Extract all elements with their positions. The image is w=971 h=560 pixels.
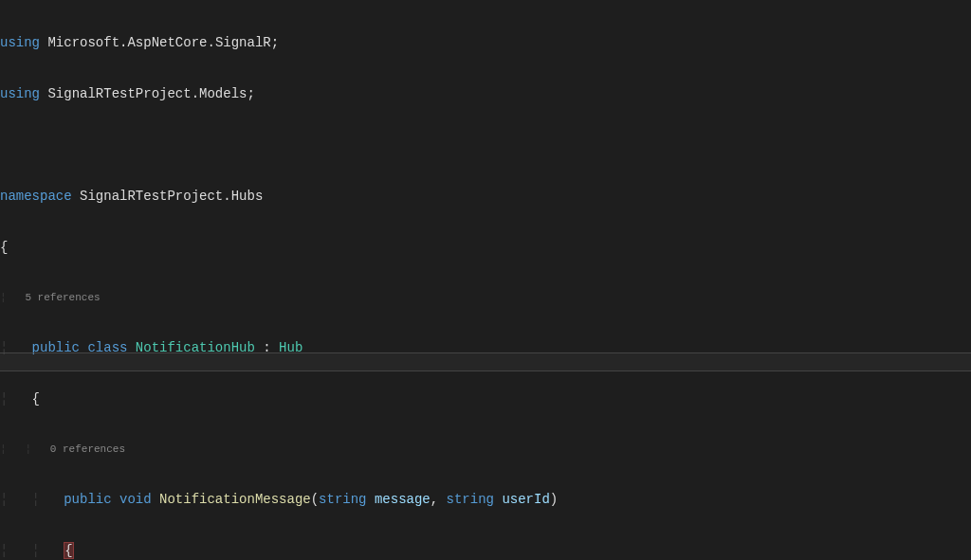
namespace-part: Models [199, 86, 247, 101]
param-type: string [447, 492, 494, 507]
namespace-part: Microsoft [47, 35, 119, 50]
code-line[interactable]: using SignalRTestProject.Models; [0, 85, 971, 102]
namespace-part: SignalR [215, 35, 271, 50]
param-type: string [319, 492, 366, 507]
class-name: NotificationHub [136, 340, 255, 355]
code-line[interactable]: using Microsoft.AspNetCore.SignalR; [0, 34, 971, 51]
keyword-public: public [64, 492, 111, 507]
brace-highlight: { [64, 542, 73, 559]
keyword-namespace: namespace [0, 189, 72, 204]
keyword-public: public [32, 340, 80, 355]
codelens-references[interactable]: ¦ 5 references [0, 290, 971, 305]
param-name: userId [502, 492, 549, 507]
keyword-class: class [87, 340, 127, 355]
base-class: Hub [279, 340, 302, 355]
blank-line[interactable] [0, 136, 971, 154]
code-line[interactable]: { [0, 239, 971, 256]
code-line[interactable]: ¦ public class NotificationHub : Hub [0, 339, 971, 356]
namespace-part: AspNetCore [127, 35, 207, 50]
code-editor[interactable]: using Microsoft.AspNetCore.SignalR; usin… [0, 0, 971, 560]
keyword-using: using [0, 35, 40, 50]
colon: : [263, 340, 270, 355]
method-name: NotificationMessage [159, 492, 311, 507]
keyword-void: void [119, 492, 152, 507]
code-line[interactable]: ¦ ¦ { [0, 542, 971, 559]
keyword-using: using [0, 86, 40, 101]
namespace-part: SignalRTestProject [47, 86, 191, 101]
codelens-references[interactable]: ¦ ¦ 0 references [0, 442, 971, 457]
param-name: message [375, 492, 431, 507]
code-line[interactable]: ¦ { [0, 390, 971, 407]
namespace-part: Hubs [231, 189, 264, 204]
code-line[interactable]: ¦ ¦ public void NotificationMessage(stri… [0, 491, 971, 508]
code-line[interactable]: namespace SignalRTestProject.Hubs [0, 188, 971, 205]
namespace-part: SignalRTestProject [80, 189, 223, 204]
